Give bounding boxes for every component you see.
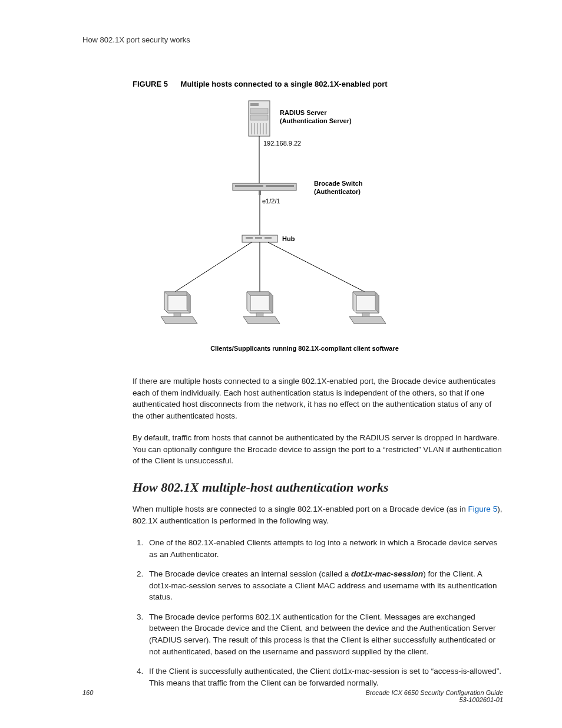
radius-server-icon [249,101,270,136]
step-3: The Brocade device performs 802.1X authe… [146,611,503,657]
svg-rect-3 [250,115,268,120]
step-2a: The Brocade device creates an internal s… [149,569,351,578]
svg-marker-31 [247,292,273,295]
port-label: e1/2/1 [262,197,280,205]
doc-number: 53-1002601-01 [365,696,503,703]
radius-ip-label: 192.168.9.22 [263,140,301,147]
p-after-h2-a: When multiple hosts are connected to a s… [133,505,468,513]
step-1: One of the 802.1X-enabled Clients attemp… [146,537,503,560]
switch-label-2: (Authenticator) [314,188,361,195]
svg-marker-39 [349,317,386,324]
svg-marker-33 [243,317,280,324]
figure-title: Multiple hosts connected to a single 802… [181,80,388,88]
svg-marker-24 [168,295,188,311]
svg-marker-38 [375,292,379,313]
svg-marker-27 [161,317,197,324]
figure-caption: FIGURE 5 Multiple hosts connected to a s… [133,80,503,88]
svg-marker-26 [187,292,190,313]
network-diagram: RADIUS Server (Authentication Server) 19… [82,97,503,339]
svg-rect-12 [235,185,263,187]
svg-rect-40 [362,313,369,317]
svg-rect-28 [174,313,181,317]
svg-line-22 [268,242,365,292]
svg-marker-25 [164,292,190,295]
svg-marker-37 [353,292,379,295]
doc-title: Brocade ICX 6650 Security Configuration … [365,689,503,696]
page-footer: 160 Brocade ICX 6650 Security Configurat… [82,689,503,703]
svg-rect-18 [255,237,262,239]
switch-label-1: Brocade Switch [314,180,363,187]
step-2-term: dot1x-mac-session [351,569,423,578]
hub-label: Hub [282,235,295,242]
running-head: How 802.1X port security works [82,35,503,44]
svg-rect-13 [266,185,294,187]
paragraph-after-h2: When multiple hosts are connected to a s… [133,503,503,526]
svg-marker-36 [356,295,376,311]
page-number: 160 [82,689,93,703]
step-2: The Brocade device creates an internal s… [146,568,503,603]
client-1-icon [161,292,197,324]
svg-rect-14 [259,190,261,195]
paragraph-1: If there are multiple hosts connected to… [133,375,503,421]
clients-caption: Clients/Supplicants running 802.1X-compl… [106,345,503,352]
hub-icon [242,235,277,242]
svg-rect-19 [265,237,272,239]
client-2-icon [243,292,280,324]
paragraph-2: By default, traffic from hosts that cann… [133,432,503,467]
svg-line-20 [175,242,252,292]
subsection-heading: How 802.1X multiple-host authentication … [133,480,503,495]
steps-list: One of the 802.1X-enabled Clients attemp… [133,537,503,689]
switch-icon [233,183,296,195]
svg-rect-17 [246,237,253,239]
svg-marker-30 [250,295,270,311]
step-4: If the Client is successfully authentica… [146,666,503,689]
svg-marker-32 [269,292,273,313]
svg-rect-1 [250,103,259,106]
radius-server-label-1: RADIUS Server [280,109,327,116]
svg-rect-34 [256,313,263,317]
figure-label: FIGURE 5 [133,80,168,88]
client-3-icon [349,292,386,324]
radius-server-label-2: (Authentication Server) [280,117,352,124]
svg-rect-2 [250,108,268,114]
figure-5-link[interactable]: Figure 5 [468,505,498,513]
